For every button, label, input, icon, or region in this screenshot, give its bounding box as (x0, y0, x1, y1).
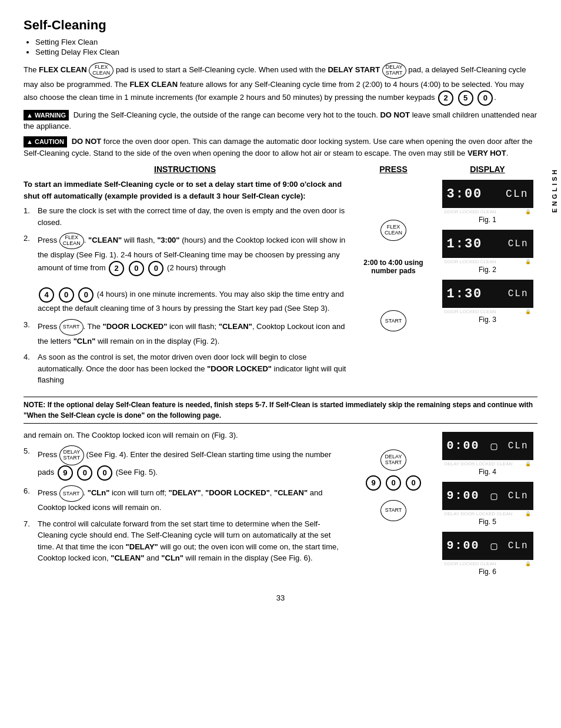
press-900-row: 9 0 0 (355, 475, 432, 491)
display-fig1: 3:00 CLn (442, 180, 533, 208)
fig3-sub: DOOR LOCKED CLEAN🔒 (442, 309, 533, 314)
keypad-0: 0 (477, 90, 493, 106)
num-pads-note: 2:00 to 4:00 usingnumber pads (355, 259, 432, 275)
bullet-item-2: Setting Delay Flex Clean (35, 48, 537, 56)
note-box: NOTE: If the optional delay Self-Clean f… (24, 397, 537, 424)
fig4-sep: ▢ (491, 440, 497, 452)
intro-paragraph: The FLEX CLEAN FLEXCLEAN pad is used to … (24, 62, 537, 106)
flex-clean-pad-press: FLEXCLEAN (380, 220, 406, 241)
kp-0d: 0 (78, 287, 94, 303)
kp-0-press1: 0 (386, 475, 401, 491)
kp-0a: 0 (129, 261, 144, 276)
fig2-time: 1:30 (447, 237, 483, 251)
fig2-sub: DOOR LOCKED CLEAN🔒 (442, 259, 533, 264)
display-fig5: 9:00 ▢ CLn (442, 482, 533, 510)
fig5-label: Fig. 5 (438, 518, 537, 526)
caution-label: ▲ CAUTION (24, 136, 67, 147)
fig4-time: 0:00 (447, 439, 480, 452)
flex-clean-pad-step2: FLEXCLEAN (59, 233, 84, 249)
display-header: DISPLAY (438, 165, 537, 174)
kp-9-press: 9 (366, 475, 381, 491)
fig3-label: Fig. 3 (438, 316, 537, 324)
step-3: 3. Press START. The "DOOR LOCKED" icon w… (24, 319, 346, 347)
fig2-label: Fig. 2 (438, 266, 537, 274)
flex-clean-pad-inline: FLEXCLEAN (89, 62, 113, 79)
delay-start-pad-step5: DELAYSTART (59, 445, 84, 465)
steps-5-7: 5. Press DELAYSTART (See Fig. 4). Enter … (24, 445, 346, 564)
start-pad-step6: START (59, 485, 84, 502)
fig6-sub: DOOR LOCKED CLEAN🔒 (442, 561, 533, 566)
display-fig6: 9:00 ▢ CLn (442, 532, 533, 560)
fig1-time: 3:00 (447, 187, 483, 202)
start-pad-press: START (380, 310, 406, 331)
press-delay-start: DELAYSTART (355, 449, 432, 471)
english-sidebar: ENGLISH (548, 165, 561, 216)
page-number: 33 (24, 593, 537, 602)
fig5-time: 9:00 (447, 489, 480, 502)
step-2: 2. Press FLEXCLEAN. "CLEAN" will flash, … (24, 233, 346, 314)
page-title: Self-Cleaning (24, 18, 537, 33)
lower-instructions: and remain on. The Cooktop locked icon w… (24, 430, 349, 582)
fig6-label: Fig. 6 (438, 568, 537, 576)
press-column: PRESS FLEXCLEAN 2:00 to 4:00 usingnumber… (355, 165, 432, 391)
fig6-sep: ▢ (491, 539, 497, 552)
kp-2a: 2 (109, 261, 124, 276)
lower-display: 0:00 ▢ CLn DELAY DOOR LOCKED CLEAN🔒 Fig.… (438, 430, 537, 582)
fig6-cln: CLn (508, 541, 529, 551)
fig5-cln: CLn (508, 491, 529, 501)
display-fig2: 1:30 CLn (442, 230, 533, 258)
fig3-time: 1:30 (447, 287, 483, 301)
start-pad-step3: START (59, 319, 84, 336)
keypad-2: 2 (438, 90, 453, 106)
press-start: START (355, 310, 432, 331)
step-intro: To start an immediate Self-Cleaning cycl… (24, 179, 346, 202)
bullet-list: Setting Flex Clean Setting Delay Flex Cl… (35, 38, 537, 56)
step-7: 7. The control will calculate forward fr… (24, 518, 346, 564)
kp-0-press2: 0 (406, 475, 421, 491)
bullet-item-1: Setting Flex Clean (35, 38, 537, 46)
lower-press: DELAYSTART 9 0 0 START (355, 430, 432, 582)
fig2-cln: CLn (508, 239, 529, 249)
display-fig3: 1:30 CLn (442, 280, 533, 308)
fig5-sub: DELAY DOOR LOCKED CLEAN🔒 (442, 511, 533, 516)
kp-4: 4 (39, 287, 54, 303)
keypad-5: 5 (458, 90, 473, 106)
fig6-time: 9:00 (447, 539, 480, 552)
display-fig4: 0:00 ▢ CLn (442, 432, 533, 460)
start-pad-lower-press: START (380, 500, 406, 521)
step-5: 5. Press DELAYSTART (See Fig. 4). Enter … (24, 445, 346, 481)
fig4-cln: CLn (508, 441, 529, 451)
caution-paragraph: ▲ CAUTION DO NOT force the oven door ope… (24, 136, 537, 159)
kp-0b: 0 (148, 261, 163, 276)
warning-paragraph: ▲ WARNING During the Self-Cleaning cycle… (24, 109, 537, 132)
and-remain: and remain on. The Cooktop locked icon w… (24, 430, 346, 441)
fig1-cln: CLn (506, 188, 528, 200)
fig4-sub: DELAY DOOR LOCKED CLEAN🔒 (442, 461, 533, 467)
press-flex-clean: FLEXCLEAN (355, 220, 432, 241)
fig5-sep: ▢ (491, 489, 497, 502)
fig1-label: Fig. 1 (438, 216, 537, 224)
delay-start-pad-inline: DELAYSTART (382, 62, 406, 79)
kp-0e: 0 (77, 465, 92, 481)
display-column: DISPLAY 3:00 CLn DOOR LOCKED CLEAN🔒 Fig.… (438, 165, 537, 391)
press-start-step6: START (355, 500, 432, 521)
lower-content: and remain on. The Cooktop locked icon w… (24, 430, 537, 582)
instructions-column: INSTRUCTIONS To start an immediate Self-… (24, 165, 349, 391)
press-header: PRESS (355, 165, 432, 174)
kp-9: 9 (58, 465, 73, 481)
step-1: 1. Be sure the clock is set with the cor… (24, 205, 346, 228)
kp-0c: 0 (59, 287, 74, 303)
delay-start-pad-press: DELAYSTART (380, 449, 406, 471)
warning-label: ▲ WARNING (24, 110, 69, 121)
instructions-header: INSTRUCTIONS (24, 165, 346, 174)
fig3-cln: CLn (508, 288, 529, 299)
main-content: INSTRUCTIONS To start an immediate Self-… (24, 165, 537, 391)
fig4-label: Fig. 4 (438, 468, 537, 476)
step-6: 6. Press START. "CLn" icon will turn off… (24, 485, 346, 514)
steps-list: 1. Be sure the clock is set with the cor… (24, 205, 346, 386)
step-4: 4. As soon as the control is set, the mo… (24, 351, 346, 386)
fig1-sub: DOOR LOCKED CLEAN🔒 (442, 209, 533, 214)
kp-0f: 0 (97, 465, 112, 481)
